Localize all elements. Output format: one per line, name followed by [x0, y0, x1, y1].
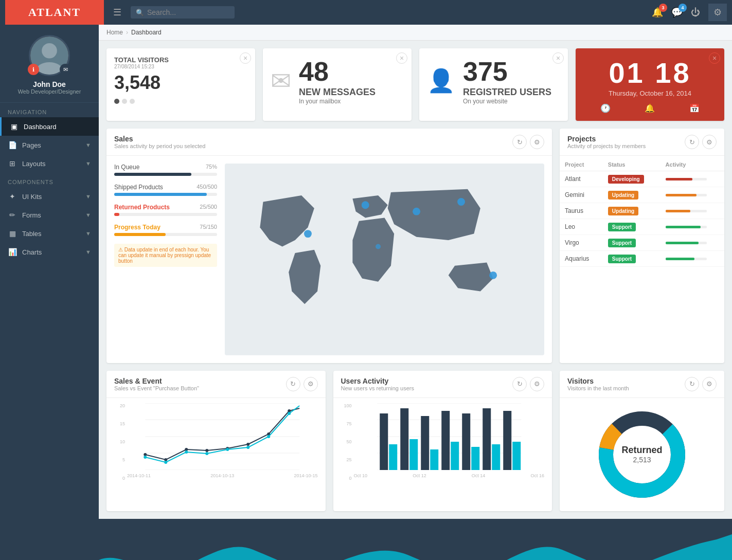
dot-1[interactable]: [114, 99, 119, 104]
power-button[interactable]: ⏻: [691, 7, 700, 18]
projects-panel-actions: ↻ ⚙: [685, 135, 717, 149]
svg-point-4: [304, 230, 312, 238]
breadcrumb-separator: ›: [126, 29, 128, 36]
sales-title: Sales: [114, 135, 512, 143]
search-input[interactable]: [147, 8, 229, 16]
close-button[interactable]: ×: [396, 52, 407, 64]
svg-point-6: [413, 208, 420, 215]
settings-button[interactable]: ⚙: [702, 135, 717, 149]
close-button[interactable]: ×: [240, 52, 251, 64]
line-chart-area: 20 15 10 5 0: [106, 398, 326, 483]
clock-icon[interactable]: 🕐: [600, 103, 611, 113]
svg-point-30: [288, 412, 291, 415]
table-row: Gemini Updating: [560, 187, 724, 203]
svg-point-26: [205, 452, 208, 455]
activity-bar-bg: [666, 194, 707, 196]
messages-button[interactable]: 💬 4: [671, 7, 683, 18]
sidebar-item-label: Forms: [22, 211, 80, 219]
sidebar-item-pages[interactable]: 📄 Pages ▼: [0, 136, 99, 154]
sidebar-item-label: Layouts: [22, 160, 80, 168]
svg-rect-44: [462, 413, 470, 470]
svg-rect-43: [451, 442, 459, 470]
col-project: Project: [560, 158, 603, 171]
projects-table-header: Project Status Activity: [560, 158, 724, 171]
sidebar-item-layouts[interactable]: ⊞ Layouts ▼: [0, 154, 99, 173]
refresh-button[interactable]: ↻: [685, 135, 699, 149]
menu-toggle-button[interactable]: ☰: [109, 7, 126, 18]
alarm-icon[interactable]: 🔔: [645, 103, 655, 113]
project-status: Updating: [603, 203, 660, 219]
stat-card-clock: × 01 18 Thursday, October 16, 2014 🕐 🔔 📅: [576, 48, 724, 121]
chart-x-labels: 2014-10-11 2014-10-13 2014-10-15: [127, 472, 318, 481]
settings-button[interactable]: ⚙: [530, 377, 544, 391]
projects-panel: Projects Activity of projects by members…: [560, 129, 724, 363]
status-badge: Support: [608, 255, 636, 263]
sales-subtitle: Sales activity by period you selected: [114, 143, 512, 149]
close-button[interactable]: ×: [552, 52, 564, 64]
content-area: Home › Dashboard × TOTAL VISITORS 27/08/…: [99, 25, 732, 560]
settings-button[interactable]: ⚙: [303, 377, 318, 391]
sidebar-item-label: UI Kits: [22, 193, 80, 201]
settings-button[interactable]: ⚙: [708, 4, 727, 21]
sidebar-item-dashboard[interactable]: ▣ Dashboard: [0, 117, 99, 136]
col-status: Status: [603, 158, 660, 171]
pages-icon: 📄: [8, 141, 17, 149]
visitors-dots: [114, 99, 247, 104]
bar-chart-svg: [354, 403, 545, 470]
svg-rect-39: [409, 439, 418, 470]
visitors-actions: ↻ ⚙: [685, 377, 717, 391]
refresh-button[interactable]: ↻: [286, 377, 300, 391]
sales-event-subtitle: Sales vs Event "Purchase Button": [114, 385, 286, 391]
messages-text: 48 NEW MESSAGES In your mailbox: [299, 56, 404, 105]
components-section-label: Components: [0, 173, 99, 187]
table-row: Aquarius Support: [560, 251, 724, 267]
sidebar-item-tables[interactable]: ▦ Tables ▼: [0, 224, 99, 243]
visitors-text: Visitors Visitors in the last month: [567, 377, 685, 391]
sidebar-item-charts[interactable]: 📊 Charts ▼: [0, 243, 99, 261]
activity-bar-bg: [666, 210, 707, 212]
messages-desc: In your mailbox: [299, 98, 404, 105]
svg-rect-37: [389, 444, 397, 470]
dot-2[interactable]: [122, 99, 127, 104]
bar-chart-svg-area: Oct 10 Oct 12 Oct 14 Oct 16: [354, 403, 545, 481]
users-activity-title: Users Activity: [341, 377, 513, 385]
settings-button[interactable]: ⚙: [702, 377, 717, 391]
activity-bar-bg: [666, 258, 707, 260]
uikits-icon: ✦: [8, 192, 17, 201]
activity-bar-bg: [666, 242, 707, 244]
project-activity: [660, 171, 724, 187]
line-chart-container: 20 15 10 5 0: [114, 403, 318, 481]
notifications-button[interactable]: 🔔 3: [652, 7, 663, 18]
refresh-button[interactable]: ↻: [512, 377, 527, 391]
project-activity: [660, 203, 724, 219]
sidebar-item-forms[interactable]: ✏ Forms ▼: [0, 206, 99, 224]
forms-icon: ✏: [8, 211, 17, 219]
breadcrumb-home[interactable]: Home: [106, 29, 123, 36]
refresh-button[interactable]: ↻: [685, 377, 699, 391]
visitors-panel-header: Visitors Visitors in the last month ↻ ⚙: [560, 371, 724, 398]
sidebar-item-uikits[interactable]: ✦ UI Kits ▼: [0, 187, 99, 206]
projects-header-text: Projects Activity of projects by members: [567, 135, 685, 149]
x-label: 2014-10-11: [127, 473, 151, 478]
settings-button[interactable]: ⚙: [530, 135, 544, 149]
avatar-info-icon[interactable]: ℹ: [28, 64, 39, 75]
refresh-button[interactable]: ↻: [512, 135, 527, 149]
mail-icon: ✉: [271, 66, 291, 95]
project-activity: [660, 219, 724, 235]
users-text: 375 REGISTRED USERS On your website: [463, 56, 560, 105]
main-layout: ℹ ✉ John Doe Web Developer/Designer Navi…: [0, 25, 732, 560]
metric-inqueue-label: In Queue 75%: [114, 164, 217, 171]
close-button[interactable]: ×: [709, 52, 720, 64]
avatar-mail-icon[interactable]: ✉: [60, 64, 71, 75]
users-inner: 👤 375 REGISTRED USERS On your website: [427, 56, 560, 105]
calendar-icon[interactable]: 📅: [689, 103, 700, 113]
svg-rect-46: [483, 408, 491, 470]
search-box[interactable]: 🔍: [131, 6, 235, 19]
sales-panel-header: Sales Sales activity by period you selec…: [106, 129, 552, 156]
bar-chart-x-labels: Oct 10 Oct 12 Oct 14 Oct 16: [354, 472, 545, 481]
users-desc: On your website: [463, 98, 560, 105]
projects-panel-header: Projects Activity of projects by members…: [560, 129, 724, 156]
dot-3[interactable]: [130, 99, 135, 104]
activity-bar-bg: [666, 226, 707, 228]
svg-rect-47: [492, 444, 500, 470]
